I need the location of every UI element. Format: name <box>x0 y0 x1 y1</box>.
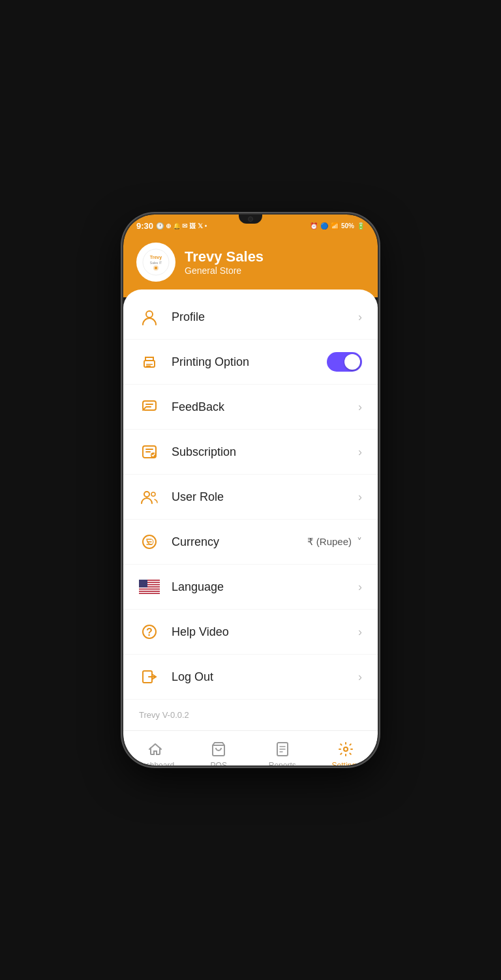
printing-toggle[interactable] <box>327 352 362 372</box>
svg-point-16 <box>144 492 149 497</box>
subscription-label: Subscription <box>172 445 346 459</box>
notch <box>239 215 262 224</box>
content-area: Profile › Printing O <box>123 290 378 765</box>
svg-rect-27 <box>139 593 160 594</box>
language-chevron: › <box>358 580 362 594</box>
nav-item-settings[interactable]: Settings <box>314 737 378 765</box>
status-bar: 9:30 🕐 ⊕ 🔔 ✉ 🖼 𝕏 • ⏰ 🔵 📶 50% 🔋 <box>123 215 378 235</box>
menu-item-subscription[interactable]: Subscription › <box>123 430 378 475</box>
user-role-icon <box>139 486 160 507</box>
header-text: Trevy Sales General Store <box>185 248 264 276</box>
language-label: Language <box>172 580 346 594</box>
camera <box>248 216 253 222</box>
status-time: 9:30 🕐 ⊕ 🔔 ✉ 🖼 𝕏 • <box>136 221 207 231</box>
language-icon <box>139 576 160 597</box>
printer-icon <box>139 351 160 372</box>
svg-point-4 <box>155 267 157 269</box>
help-video-chevron: › <box>358 625 362 639</box>
nav-item-pos[interactable]: POS <box>187 737 251 765</box>
help-video-label: Help Video <box>172 625 346 639</box>
status-indicators: ⏰ 🔵 📶 50% 🔋 <box>310 222 365 230</box>
svg-text:Sales IT: Sales IT <box>150 261 162 265</box>
svg-rect-13 <box>145 449 153 450</box>
menu-item-language[interactable]: Language › <box>123 565 378 610</box>
menu-item-profile[interactable]: Profile › <box>123 295 378 340</box>
svg-rect-26 <box>139 591 160 592</box>
nav-item-dashboard[interactable]: Dashboard <box>123 737 187 765</box>
settings-nav-icon <box>337 740 355 758</box>
dashboard-nav-label: Dashboard <box>136 761 174 765</box>
svg-rect-28 <box>139 580 147 587</box>
pos-nav-icon <box>209 740 228 758</box>
reports-nav-label: Reports <box>269 761 296 765</box>
logout-icon <box>139 666 160 687</box>
subscription-icon <box>139 441 160 462</box>
help-video-icon: ? <box>139 621 160 642</box>
phone-shell: 9:30 🕐 ⊕ 🔔 ✉ 🖼 𝕏 • ⏰ 🔵 📶 50% 🔋 Trevy Sal… <box>123 215 378 765</box>
svg-point-38 <box>344 747 348 751</box>
profile-label: Profile <box>172 310 346 324</box>
svg-text:Trevy: Trevy <box>150 255 162 260</box>
currency-value: ₹ (Rupee) <box>307 536 352 548</box>
menu-list: Profile › Printing O <box>123 290 378 705</box>
feedback-icon <box>139 396 160 417</box>
user-role-chevron: › <box>358 490 362 504</box>
svg-point-17 <box>151 492 155 496</box>
menu-item-help-video[interactable]: ? Help Video › <box>123 610 378 655</box>
svg-point-5 <box>146 311 153 318</box>
nav-item-reports[interactable]: Reports <box>250 737 314 765</box>
feedback-label: FeedBack <box>172 400 346 414</box>
currency-dropdown-icon: ˅ <box>357 536 362 548</box>
reports-nav-icon <box>273 740 292 758</box>
menu-item-user-role[interactable]: User Role › <box>123 475 378 520</box>
user-role-label: User Role <box>172 490 346 504</box>
pos-nav-label: POS <box>211 761 227 765</box>
app-logo: Trevy Sales IT <box>136 243 175 282</box>
svg-rect-25 <box>139 589 160 590</box>
app-title: Trevy Sales <box>185 248 264 265</box>
svg-rect-8 <box>146 366 151 367</box>
subscription-chevron: › <box>358 445 362 459</box>
currency-value-area: ₹ (Rupee) ˅ <box>307 536 362 548</box>
app-subtitle: General Store <box>185 265 264 276</box>
menu-item-printing-option[interactable]: Printing Option <box>123 340 378 385</box>
app-header: Trevy Sales IT Trevy Sales General Store <box>123 235 378 297</box>
svg-rect-7 <box>146 364 153 365</box>
logout-label: Log Out <box>172 670 346 684</box>
logout-chevron: › <box>358 670 362 684</box>
printing-toggle-switch[interactable] <box>327 352 362 372</box>
settings-nav-label: Settings <box>332 761 360 765</box>
svg-rect-14 <box>145 451 151 453</box>
menu-item-logout[interactable]: Log Out › <box>123 655 378 700</box>
svg-text:?: ? <box>146 627 153 638</box>
currency-icon <box>139 531 160 552</box>
currency-label: Currency <box>172 535 296 549</box>
menu-item-currency[interactable]: Currency ₹ (Rupee) ˅ <box>123 520 378 565</box>
profile-chevron: › <box>358 310 362 324</box>
feedback-chevron: › <box>358 400 362 414</box>
phone-inner: 9:30 🕐 ⊕ 🔔 ✉ 🖼 𝕏 • ⏰ 🔵 📶 50% 🔋 Trevy Sal… <box>123 215 378 765</box>
bottom-nav: Dashboard POS <box>123 730 378 765</box>
version-text: Trevy V-0.0.2 <box>123 705 378 730</box>
printing-option-label: Printing Option <box>172 355 315 369</box>
menu-item-feedback[interactable]: FeedBack › <box>123 385 378 430</box>
dashboard-nav-icon <box>146 740 164 758</box>
profile-icon <box>139 306 160 327</box>
